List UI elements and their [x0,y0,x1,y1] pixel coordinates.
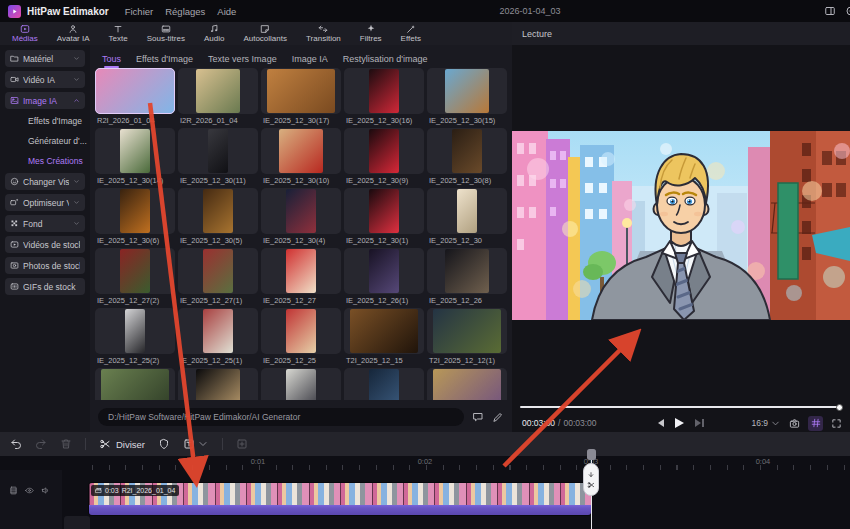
delete-icon[interactable] [60,438,72,450]
player-options: 16:9 [751,414,842,432]
library-path[interactable]: D:/HitPaw Software/HitPaw Edimakor/AI Ge… [98,408,464,426]
toolbar-item-avatar-ia[interactable]: Avatar IA [57,24,90,43]
media-thumbnail[interactable] [344,188,424,234]
undo-icon[interactable] [10,438,22,450]
tab-texte-vers-image[interactable]: Texte vers Image [208,54,277,64]
tab-image-ia[interactable]: Image IA [292,54,328,64]
menu-r-glages[interactable]: Réglages [159,6,211,17]
redo-icon[interactable] [35,438,47,450]
playback-progress-bar[interactable] [520,406,840,408]
media-thumbnail[interactable] [178,68,258,114]
media-thumbnail[interactable] [261,188,341,234]
sidebar-item-image-ia[interactable]: Image IA [5,92,85,109]
tab-restylisation-d-image[interactable]: Restylisation d'image [343,54,428,64]
media-thumbnail[interactable] [95,368,175,400]
progress-handle[interactable] [836,404,843,411]
sidebar-subitem-mes-cr-ations[interactable]: Mes Créations [5,153,85,169]
total-time: 00:03:00 [563,418,596,428]
comment-icon[interactable] [472,411,484,423]
sidebar-item-label: Photos de stock [23,261,80,271]
media-thumbnail[interactable] [427,368,507,400]
tab-effets-d-image[interactable]: Effets d'Image [136,54,193,64]
sidebar-item-mat-riel[interactable]: Matériel [5,50,85,67]
toolbar-item-m-dias[interactable]: Médias [12,24,38,43]
toolbar-item-sous-titres[interactable]: Sous-titres [147,24,185,43]
media-thumbnail[interactable] [95,188,175,234]
toolbar-item-texte[interactable]: Texte [109,24,128,43]
fullscreen-icon[interactable] [831,418,842,429]
media-thumbnail[interactable] [427,188,507,234]
playhead-handle[interactable] [587,449,596,460]
media-item-label: IE_2025_12_30(1) [344,234,424,247]
snapshot-camera-icon[interactable] [789,418,800,429]
toolbar-item-autocollants[interactable]: Autocollants [243,24,287,43]
media-thumbnail[interactable] [261,308,341,354]
track-mute-speaker-icon[interactable] [41,486,50,495]
pen-icon[interactable] [492,411,504,423]
sidebar-subitem-effets-d-image[interactable]: Effets d'Image [5,113,85,129]
aspect-ratio-select[interactable]: 16:9 [751,418,781,429]
media-thumbnail[interactable] [344,68,424,114]
media-thumbnail[interactable] [178,128,258,174]
ruler-label: 0:04 [756,457,771,466]
sidebar-item-optimiseur-vi[interactable]: Optimiseur Vi... [5,194,85,211]
split-button[interactable]: Diviser [99,438,145,450]
toolbar-item-label: Texte [109,35,128,43]
media-thumbnail[interactable] [95,308,175,354]
sidebar-item-gifs-de-stock[interactable]: GIFs de stock [5,278,85,295]
titlebar-actions [824,0,850,22]
sidebar-item-changer-visa[interactable]: Changer Visa... [5,173,85,190]
menu-fichier[interactable]: Fichier [119,6,160,17]
media-thumbnail[interactable] [178,248,258,294]
media-thumbnail[interactable] [344,128,424,174]
timeline-clip[interactable]: 0:03 R2I_2026_01_04 [89,483,591,515]
media-thumbnail-image [457,189,477,233]
mask-shield-icon[interactable] [158,438,170,450]
toolbar-item-filtres[interactable]: Filtres [360,24,382,43]
media-thumbnail[interactable] [427,308,507,354]
sidebar-subitem-g-n-rateur-d[interactable]: Générateur d'... [5,133,85,149]
media-thumbnail[interactable] [427,128,507,174]
media-thumbnail[interactable] [178,188,258,234]
timeline-ruler[interactable] [92,465,850,470]
sidebar-item-vid-os-de-stock[interactable]: Vidéos de stock [5,236,85,253]
grid-overlay-button[interactable] [808,416,823,431]
previous-frame-button[interactable] [658,419,664,427]
audio-icon [209,24,219,34]
layout-panel-icon[interactable] [824,5,836,17]
media-thumbnail[interactable] [344,248,424,294]
add-track-stub[interactable] [64,516,90,529]
next-frame-button[interactable] [695,419,704,427]
tab-tous[interactable]: Tous [102,54,121,64]
playhead-split-pill[interactable] [583,463,599,496]
media-thumbnail[interactable] [261,128,341,174]
sidebar-item-vid-o-ia[interactable]: Vidéo IA [5,71,85,88]
media-thumbnail[interactable] [95,68,175,114]
aspect-ratio-value: 16:9 [751,418,768,428]
media-thumbnail[interactable] [427,68,507,114]
media-thumbnail[interactable] [178,368,258,400]
media-thumbnail[interactable] [178,308,258,354]
media-thumbnail-image [369,189,399,233]
toolbar-item-transition[interactable]: Transition [306,24,341,43]
sidebar-item-photos-de-stock[interactable]: Photos de stock [5,257,85,274]
media-thumbnail[interactable] [95,248,175,294]
media-thumbnail[interactable] [427,248,507,294]
feedback-icon[interactable] [845,5,850,17]
media-thumbnail[interactable] [95,128,175,174]
media-thumbnail[interactable] [261,68,341,114]
media-thumbnail[interactable] [344,368,424,400]
track-film-icon[interactable] [9,486,18,495]
sidebar-item-fond[interactable]: Fond [5,215,85,232]
preview-video-frame[interactable] [512,131,850,320]
toolbar-item-effets[interactable]: Effets [401,24,421,43]
add-clip-icon[interactable] [236,438,248,450]
play-button[interactable] [675,418,684,428]
media-thumbnail[interactable] [261,368,341,400]
text-tool-button[interactable] [183,438,209,450]
track-visibility-eye-icon[interactable] [25,486,34,495]
media-thumbnail[interactable] [344,308,424,354]
toolbar-item-audio[interactable]: Audio [204,24,224,43]
media-thumbnail[interactable] [261,248,341,294]
menu-aide[interactable]: Aide [211,6,242,17]
